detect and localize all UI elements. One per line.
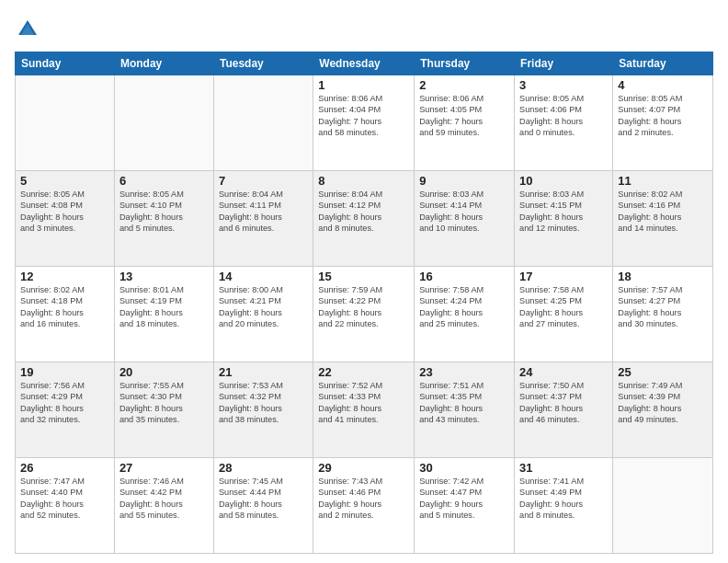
cell-line: Sunrise: 8:04 AM xyxy=(219,189,308,200)
cal-cell-1-3 xyxy=(213,75,313,171)
cal-cell-2-5: 9Sunrise: 8:03 AMSunset: 4:14 PMDaylight… xyxy=(415,171,515,267)
day-number: 9 xyxy=(419,174,509,188)
cell-line: Sunset: 4:12 PM xyxy=(318,200,409,211)
cell-line: Sunset: 4:19 PM xyxy=(119,295,209,306)
cal-cell-3-6: 17Sunrise: 7:58 AMSunset: 4:25 PMDayligh… xyxy=(515,267,613,362)
day-number: 23 xyxy=(419,365,509,379)
cell-line: and 18 minutes. xyxy=(119,318,209,329)
cal-cell-3-7: 18Sunrise: 7:57 AMSunset: 4:27 PMDayligh… xyxy=(613,267,713,362)
logo-icon xyxy=(15,17,40,42)
cell-line: and 3 minutes. xyxy=(20,223,109,234)
cell-line: Sunset: 4:27 PM xyxy=(618,295,708,306)
day-number: 10 xyxy=(519,174,608,188)
cell-line: Sunrise: 7:52 AM xyxy=(318,380,409,391)
cell-line: and 16 minutes. xyxy=(20,318,109,329)
cell-line: Daylight: 8 hours xyxy=(219,212,308,223)
cal-cell-3-2: 13Sunrise: 8:01 AMSunset: 4:19 PMDayligh… xyxy=(114,267,213,362)
cell-line: Daylight: 8 hours xyxy=(519,307,608,318)
header xyxy=(15,15,713,42)
cell-line: Daylight: 8 hours xyxy=(519,403,608,414)
cell-line: and 20 minutes. xyxy=(219,318,308,329)
cell-line: Daylight: 8 hours xyxy=(219,307,308,318)
day-number: 29 xyxy=(318,461,409,475)
cell-line: Sunrise: 7:41 AM xyxy=(519,476,608,487)
cell-line: Sunset: 4:44 PM xyxy=(219,487,308,498)
cell-line: Daylight: 9 hours xyxy=(318,499,409,510)
cell-line: and 46 minutes. xyxy=(519,414,608,425)
day-number: 7 xyxy=(219,174,308,188)
day-header-tuesday: Tuesday xyxy=(213,52,313,75)
cal-cell-5-7 xyxy=(613,458,713,554)
cell-line: Sunrise: 8:00 AM xyxy=(219,284,308,295)
cell-line: and 35 minutes. xyxy=(119,414,209,425)
cell-line: Sunset: 4:25 PM xyxy=(519,295,608,306)
cell-line: Sunrise: 7:47 AM xyxy=(20,476,109,487)
day-number: 19 xyxy=(20,365,109,379)
cell-line: Daylight: 8 hours xyxy=(519,212,608,223)
cell-line: Sunrise: 8:02 AM xyxy=(20,284,109,295)
cal-cell-5-6: 31Sunrise: 7:41 AMSunset: 4:49 PMDayligh… xyxy=(515,458,613,554)
cell-line: Sunset: 4:46 PM xyxy=(318,487,409,498)
cell-line: Sunrise: 7:56 AM xyxy=(20,380,109,391)
day-number: 1 xyxy=(318,78,409,92)
day-number: 20 xyxy=(119,365,209,379)
day-number: 8 xyxy=(318,174,409,188)
cell-line: Sunset: 4:29 PM xyxy=(20,391,109,402)
cell-line: Sunset: 4:06 PM xyxy=(519,104,608,115)
cal-cell-2-3: 7Sunrise: 8:04 AMSunset: 4:11 PMDaylight… xyxy=(213,171,313,267)
day-number: 26 xyxy=(20,461,109,475)
week-row-1: 1Sunrise: 8:06 AMSunset: 4:04 PMDaylight… xyxy=(16,75,713,171)
cell-line: Sunrise: 8:05 AM xyxy=(519,93,608,104)
cell-line: Daylight: 8 hours xyxy=(119,499,209,510)
cell-line: Sunset: 4:37 PM xyxy=(519,391,608,402)
cell-line: Sunset: 4:32 PM xyxy=(219,391,308,402)
cell-line: Sunrise: 8:05 AM xyxy=(20,189,109,200)
cal-cell-2-7: 11Sunrise: 8:02 AMSunset: 4:16 PMDayligh… xyxy=(613,171,713,267)
cell-line: Daylight: 8 hours xyxy=(318,403,409,414)
day-number: 31 xyxy=(519,461,608,475)
cell-line: Sunset: 4:49 PM xyxy=(519,487,608,498)
cell-line: Sunrise: 7:59 AM xyxy=(318,284,409,295)
day-number: 13 xyxy=(119,270,209,283)
cell-line: and 2 minutes. xyxy=(618,127,708,138)
cell-line: and 6 minutes. xyxy=(219,223,308,234)
day-header-saturday: Saturday xyxy=(613,52,713,75)
cal-cell-4-3: 21Sunrise: 7:53 AMSunset: 4:32 PMDayligh… xyxy=(213,362,313,458)
cell-line: Sunrise: 7:58 AM xyxy=(519,284,608,295)
cal-cell-1-6: 3Sunrise: 8:05 AMSunset: 4:06 PMDaylight… xyxy=(515,75,613,171)
cell-line: and 0 minutes. xyxy=(519,127,608,138)
cell-line: Daylight: 8 hours xyxy=(20,499,109,510)
cell-line: Sunset: 4:30 PM xyxy=(119,391,209,402)
cell-line: Sunrise: 7:55 AM xyxy=(119,380,209,391)
day-number: 4 xyxy=(618,78,708,92)
cell-line: Sunrise: 7:57 AM xyxy=(618,284,708,295)
cell-line: Sunrise: 7:51 AM xyxy=(419,380,509,391)
cell-line: Daylight: 8 hours xyxy=(618,212,708,223)
day-number: 12 xyxy=(20,270,109,283)
cell-line: Daylight: 7 hours xyxy=(419,116,509,127)
day-header-sunday: Sunday xyxy=(16,52,115,75)
cal-cell-4-4: 22Sunrise: 7:52 AMSunset: 4:33 PMDayligh… xyxy=(313,362,415,458)
cell-line: Sunset: 4:14 PM xyxy=(419,200,509,211)
cell-line: Sunset: 4:11 PM xyxy=(219,200,308,211)
cal-cell-1-5: 2Sunrise: 8:06 AMSunset: 4:05 PMDaylight… xyxy=(415,75,515,171)
cell-line: and 49 minutes. xyxy=(618,414,708,425)
cal-cell-2-6: 10Sunrise: 8:03 AMSunset: 4:15 PMDayligh… xyxy=(515,171,613,267)
day-number: 30 xyxy=(419,461,509,475)
cell-line: Sunrise: 8:03 AM xyxy=(519,189,608,200)
cal-cell-4-6: 24Sunrise: 7:50 AMSunset: 4:37 PMDayligh… xyxy=(515,362,613,458)
cell-line: Sunset: 4:39 PM xyxy=(618,391,708,402)
cell-line: Sunrise: 8:06 AM xyxy=(419,93,509,104)
page: SundayMondayTuesdayWednesdayThursdayFrid… xyxy=(0,0,728,563)
cell-line: and 32 minutes. xyxy=(20,414,109,425)
cal-cell-1-2 xyxy=(114,75,213,171)
cell-line: and 27 minutes. xyxy=(519,318,608,329)
cell-line: Daylight: 8 hours xyxy=(20,403,109,414)
cell-line: and 58 minutes. xyxy=(318,127,409,138)
cell-line: and 59 minutes. xyxy=(419,127,509,138)
day-header-wednesday: Wednesday xyxy=(313,52,415,75)
day-number: 6 xyxy=(119,174,209,188)
cell-line: Daylight: 8 hours xyxy=(318,307,409,318)
cell-line: Daylight: 8 hours xyxy=(318,212,409,223)
cell-line: Daylight: 8 hours xyxy=(618,403,708,414)
